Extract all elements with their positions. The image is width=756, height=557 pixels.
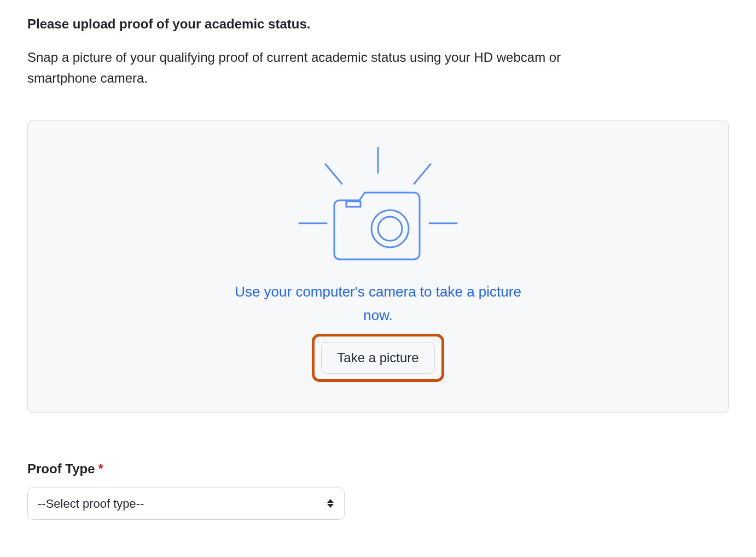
proof-type-select[interactable]: --Select proof type-- [27, 488, 345, 520]
svg-point-7 [378, 217, 402, 241]
svg-rect-5 [346, 201, 360, 207]
upload-heading: Please upload proof of your academic sta… [27, 16, 729, 32]
svg-line-1 [325, 164, 342, 184]
svg-line-2 [414, 164, 431, 184]
camera-icon [280, 147, 476, 267]
camera-prompt-text: Use your computer's camera to take a pic… [225, 280, 531, 327]
take-picture-button[interactable]: Take a picture [321, 342, 434, 374]
svg-point-6 [371, 210, 409, 247]
proof-type-select-wrapper: --Select proof type-- [27, 488, 345, 520]
upload-panel: Use your computer's camera to take a pic… [27, 120, 729, 413]
highlight-frame: Take a picture [312, 334, 444, 382]
upload-description: Snap a picture of your qualifying proof … [27, 47, 629, 89]
proof-type-label-text: Proof Type [27, 461, 95, 477]
required-indicator: * [98, 461, 103, 477]
proof-type-label: Proof Type * [27, 461, 729, 477]
